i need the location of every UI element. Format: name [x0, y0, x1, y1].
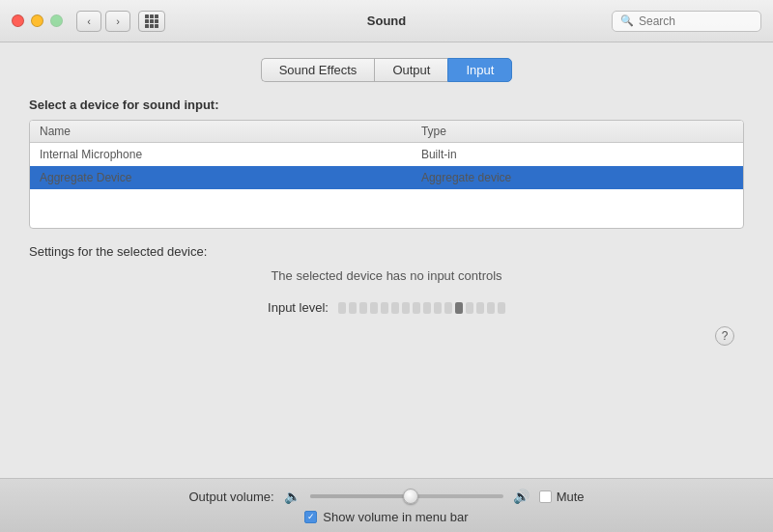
col-header-name: Name — [40, 125, 421, 138]
row-2-name: Aggregate Device — [40, 171, 421, 184]
volume-slider[interactable] — [310, 494, 503, 498]
volume-knob[interactable] — [403, 489, 418, 504]
tab-input[interactable]: Input — [447, 58, 512, 82]
table-row-selected[interactable]: Aggregate Device Aggregate device — [30, 166, 743, 189]
device-section-label: Select a device for sound input: — [29, 98, 744, 112]
table-empty-area — [30, 189, 743, 228]
level-segment — [413, 302, 420, 314]
level-segment — [391, 302, 399, 314]
maximize-button[interactable] — [50, 14, 63, 27]
search-bar[interactable]: 🔍 — [612, 11, 761, 32]
grid-view-button[interactable] — [138, 11, 165, 32]
volume-slider-fill — [310, 494, 411, 498]
tabs-container: Sound Effects Output Input — [29, 58, 744, 82]
level-segment — [455, 302, 463, 314]
bottom-bar: Output volume: 🔈 🔊 Mute Show volume in m… — [0, 478, 773, 532]
level-segment — [466, 302, 473, 314]
volume-row: Output volume: 🔈 🔊 Mute — [29, 489, 744, 504]
level-segment — [444, 302, 452, 314]
volume-label: Output volume: — [188, 490, 273, 504]
input-level-row: Input level: — [29, 300, 744, 315]
settings-label: Settings for the selected device: — [29, 244, 744, 259]
level-segment — [476, 302, 484, 314]
grid-icon — [145, 14, 158, 28]
mute-label: Mute — [557, 490, 585, 504]
level-segment — [381, 302, 388, 314]
table-header: Name Type — [30, 121, 743, 143]
nav-buttons: ‹ › — [76, 11, 130, 32]
level-segment — [338, 302, 346, 314]
table-row[interactable]: Internal Microphone Built-in — [30, 143, 743, 166]
col-header-type: Type — [421, 125, 733, 138]
level-segment — [402, 302, 410, 314]
search-icon: 🔍 — [620, 14, 634, 27]
row-1-name: Internal Microphone — [40, 148, 421, 161]
help-button[interactable]: ? — [715, 326, 734, 346]
volume-low-icon: 🔈 — [284, 489, 301, 504]
level-segment — [359, 302, 367, 314]
tab-output[interactable]: Output — [374, 58, 447, 82]
level-segment — [370, 302, 378, 314]
minimize-button[interactable] — [31, 14, 43, 27]
level-segment — [498, 302, 505, 314]
search-input[interactable] — [639, 14, 753, 28]
main-content: Sound Effects Output Input Select a devi… — [0, 42, 773, 346]
device-table: Name Type Internal Microphone Built-in A… — [29, 120, 744, 229]
back-button[interactable]: ‹ — [76, 11, 101, 32]
close-button[interactable] — [12, 14, 24, 27]
level-segment — [487, 302, 495, 314]
no-controls-text: The selected device has no input control… — [29, 268, 744, 283]
row-1-type: Built-in — [421, 148, 733, 161]
level-meter — [338, 302, 505, 314]
forward-button[interactable]: › — [105, 11, 130, 32]
show-volume-checkbox[interactable] — [304, 511, 317, 523]
level-segment — [349, 302, 357, 314]
traffic-lights — [12, 14, 63, 27]
row-2-type: Aggregate device — [421, 171, 733, 184]
mute-checkbox[interactable] — [539, 490, 552, 503]
show-volume-area: Show volume in menu bar — [29, 510, 744, 524]
level-segment — [434, 302, 442, 314]
window-title: Sound — [367, 14, 406, 28]
title-bar: ‹ › Sound 🔍 — [0, 0, 773, 42]
level-segment — [423, 302, 431, 314]
volume-high-icon: 🔊 — [513, 489, 530, 504]
tab-sound-effects[interactable]: Sound Effects — [261, 58, 375, 82]
show-volume-label: Show volume in menu bar — [323, 510, 468, 524]
mute-item: Mute — [539, 490, 585, 504]
help-row: ? — [29, 326, 744, 346]
input-level-label: Input level: — [268, 300, 329, 315]
